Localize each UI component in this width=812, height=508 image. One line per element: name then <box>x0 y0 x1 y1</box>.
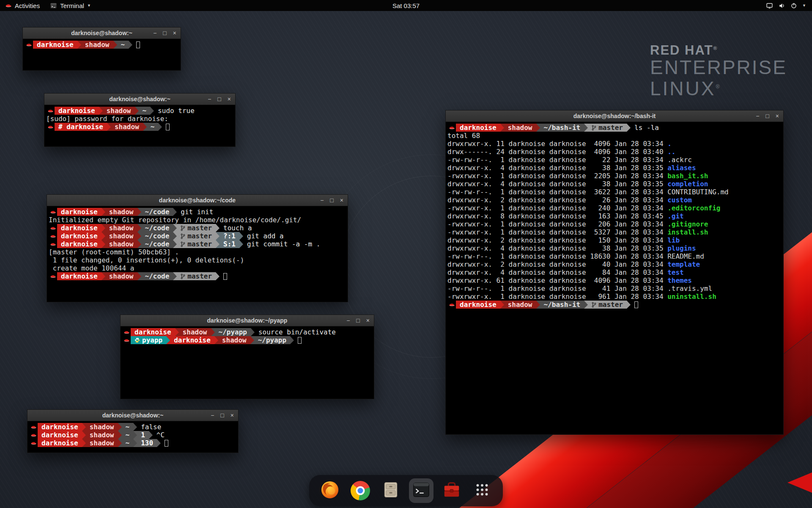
prompt-segment-user: darknoise <box>57 240 102 248</box>
powerline-separator <box>129 41 132 49</box>
minimize-button[interactable]: − <box>346 318 350 323</box>
powerline-separator <box>251 328 255 336</box>
terminal-line: create mode 100644 a <box>49 264 346 272</box>
prompt-segment-path: ~/code <box>141 208 173 216</box>
terminal-screen[interactable]: darknoiseshadow~/bash-itmasterls -latota… <box>446 122 783 434</box>
minimize-button[interactable]: − <box>211 412 214 418</box>
dock-item-terminal[interactable] <box>409 478 433 503</box>
terminal-screen[interactable]: darknoiseshadow~falsedarknoiseshadow~1^C… <box>27 421 238 453</box>
window-controls: −□× <box>208 94 231 105</box>
close-button[interactable]: × <box>340 197 343 203</box>
terminal-line: drwxrwxr-x. 4 darknoise darknoise 38 Jan… <box>447 164 782 172</box>
powerline-separator <box>118 431 122 439</box>
window-titlebar[interactable]: darknoise@shadow:~−□× <box>23 28 181 39</box>
window-titlebar[interactable]: darknoise@shadow:~−□× <box>44 94 235 105</box>
powerline-separator <box>157 439 161 447</box>
prompt-segment-host: shadow <box>105 232 137 240</box>
prompt-segment-user: darknoise <box>38 423 82 431</box>
maximize-button[interactable]: □ <box>217 96 221 102</box>
powerline-separator <box>149 431 153 439</box>
maximize-button[interactable]: □ <box>356 318 359 323</box>
minimize-button[interactable]: − <box>153 30 156 36</box>
terminal-screen[interactable]: darknoiseshadow~ <box>23 39 181 70</box>
git-branch-icon <box>592 125 596 131</box>
powerline-separator <box>216 224 219 232</box>
terminal-line: drwxrwxr-x. 4 darknoise darknoise 84 Jan… <box>447 268 782 276</box>
terminal-window-w6: darknoise@shadow:~/bash-it−□×darknoisesh… <box>445 110 784 435</box>
volume-icon[interactable] <box>778 2 785 9</box>
terminal-screen[interactable]: darknoiseshadow~/pyappsource bin/activat… <box>121 326 374 399</box>
chevron-down-icon: ▼ <box>87 3 91 8</box>
clock[interactable]: Sat 03:57 <box>392 2 420 9</box>
powerline-separator <box>118 439 122 447</box>
powerline-separator <box>175 328 179 336</box>
minimize-button[interactable]: − <box>320 197 324 203</box>
maximize-button[interactable]: □ <box>765 113 769 119</box>
prompt-segment-user: darknoise <box>57 208 102 216</box>
ls-entry-meta: drwxrwxr-x. 8 darknoise darknoise 163 Ja… <box>447 212 667 220</box>
terminal-screen[interactable]: darknoiseshadow~sudo true[sudo] password… <box>44 105 235 146</box>
ls-entry-meta: -rwxrwxr-x. 1 darknoise darknoise 2205 J… <box>447 172 667 180</box>
maximize-button[interactable]: □ <box>163 30 166 36</box>
command-text: source bin/activate <box>258 328 336 336</box>
prompt-segment-user: darknoise <box>57 232 102 240</box>
prompt-segment-user: darknoise <box>170 336 214 344</box>
window-titlebar[interactable]: darknoise@shadow:~/pyapp−□× <box>121 315 374 326</box>
powerline-separator <box>150 107 154 115</box>
close-button[interactable]: × <box>228 96 231 102</box>
command-text: sudo true <box>158 107 195 115</box>
powerline-separator <box>102 232 105 240</box>
powerline-separator <box>143 123 147 131</box>
toolbox-icon <box>442 480 461 501</box>
dock-item-toolbox[interactable] <box>439 478 464 503</box>
chrome-logo-center <box>356 486 365 495</box>
dock-item-chrome[interactable] <box>348 478 373 503</box>
redhat-prompt-icon <box>447 124 456 132</box>
powerline-separator <box>113 41 117 49</box>
ls-filename: .ackrc <box>667 156 692 164</box>
minimize-button[interactable]: − <box>756 113 759 119</box>
activities-button[interactable]: Activities <box>0 0 45 11</box>
powerline-separator <box>211 328 215 336</box>
terminal-line: darknoiseshadow~/bash-itmasterls -la <box>447 124 782 132</box>
terminal-line: -rwxrwxr-x. 1 darknoise darknoise 5327 J… <box>447 228 782 236</box>
close-button[interactable]: × <box>776 113 779 119</box>
terminal-line: drwxrwxr-x. 4 darknoise darknoise 38 Jan… <box>447 180 782 188</box>
prompt-segment-path: ~/code <box>141 232 173 240</box>
app-menu-terminal[interactable]: Terminal ▼ <box>45 0 96 11</box>
window-titlebar[interactable]: darknoise@shadow:~/code−□× <box>47 195 348 206</box>
prompt-segment-host: shadow <box>81 41 113 49</box>
dock-item-files[interactable] <box>379 478 403 503</box>
window-titlebar[interactable]: darknoise@shadow:~/bash-it−□× <box>446 110 783 122</box>
command-text: ^C <box>156 431 165 439</box>
terminal-icon <box>411 480 431 501</box>
powerline-separator <box>536 124 540 132</box>
prompt-segment-path: ~ <box>122 423 134 431</box>
close-button[interactable]: × <box>230 412 234 418</box>
prompt-segment-path: ~/pyapp <box>215 328 251 336</box>
minimize-button[interactable]: − <box>208 96 211 102</box>
window-titlebar[interactable]: darknoise@shadow:~−□× <box>27 410 238 421</box>
system-status-area[interactable]: ▼ <box>766 0 812 11</box>
prompt-segment-host: shadow <box>105 208 137 216</box>
dock-item-firefox[interactable] <box>318 478 342 503</box>
maximize-button[interactable]: □ <box>330 197 333 203</box>
close-button[interactable]: × <box>366 318 370 323</box>
powerline-separator <box>133 439 137 447</box>
dock-item-app-grid[interactable] <box>470 478 494 503</box>
ls-entry-meta: -rw-rw-r--. 1 darknoise darknoise 41 Jan… <box>447 284 667 293</box>
python-icon <box>134 337 140 343</box>
prompt-segment-user: # darknoise <box>55 123 107 131</box>
redhat-prompt-icon <box>49 224 57 232</box>
maximize-button[interactable]: □ <box>220 412 224 418</box>
prompt-segment-user: darknoise <box>38 431 82 439</box>
powerline-separator <box>102 208 105 216</box>
output-text: create mode 100644 a <box>49 264 134 272</box>
display-icon[interactable] <box>766 2 773 9</box>
power-icon[interactable] <box>790 2 797 9</box>
window-controls: −□× <box>211 410 234 421</box>
close-button[interactable]: × <box>173 30 176 36</box>
terminal-line: drwxrwxr-x. 2 darknoise darknoise 40 Jan… <box>447 260 782 268</box>
terminal-screen[interactable]: darknoiseshadow~/codegit initInitialized… <box>47 206 348 302</box>
powerline-separator <box>250 336 254 344</box>
